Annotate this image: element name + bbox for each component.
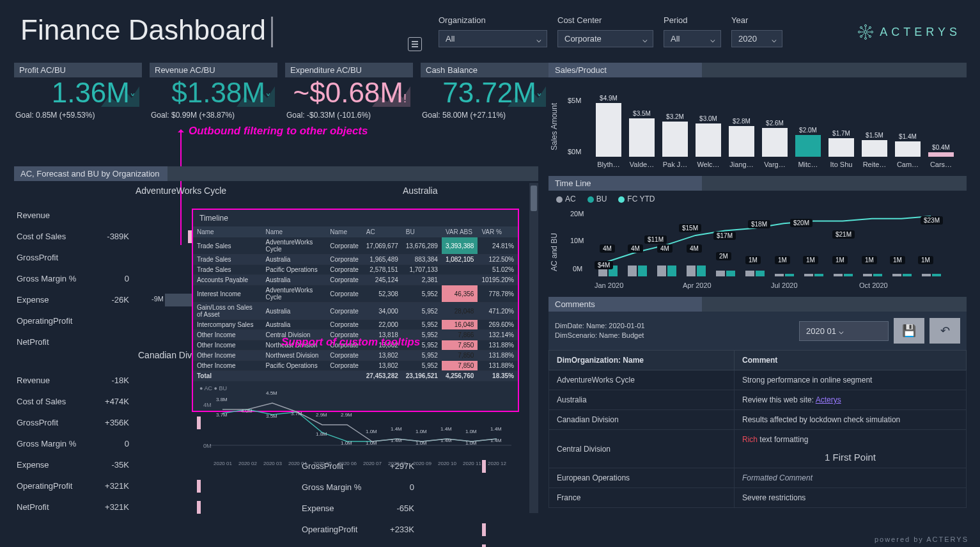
x-tick-label: Cam… [892, 161, 923, 168]
row-value: -26K [93, 295, 133, 305]
svg-marker-12 [508, 86, 546, 107]
grid-row: NetProfit +233K [302, 540, 546, 547]
row-value: 0 [93, 274, 133, 283]
chevron-down-icon: ⌵ [642, 34, 648, 44]
acterys-logo: ACTERYS [857, 23, 961, 41]
bar-value-label: $4.9M [593, 95, 624, 102]
chart-bar[interactable] [895, 141, 921, 157]
bar-value-label: $2.8M [726, 118, 757, 125]
comments-title: Comments [548, 297, 967, 312]
row-label: NetProfit [17, 337, 93, 347]
kpi-value: 1.36M˅ [14, 77, 142, 108]
row-value: +321K [93, 502, 133, 512]
period-select[interactable]: All ⌵ [664, 30, 721, 47]
row-label: Expense [17, 295, 93, 305]
row-value: +356K [93, 418, 133, 427]
kpi-value: 73.72M˅ [421, 77, 548, 108]
sales-product-chart[interactable]: Sales Amount $5M $0M Blyth…$4.9MValde…$3… [548, 80, 967, 172]
kpi-value: $1.38M˅ [150, 77, 277, 108]
chart-bar[interactable] [828, 138, 854, 157]
data-label: 4M [600, 244, 615, 253]
org-col-header: Australia [403, 186, 437, 196]
kpi-card[interactable]: Cash Balance 73.72M˅ Goal: 58.00M (+27.1… [421, 63, 548, 120]
data-label: 1M [803, 256, 818, 264]
row-label: GrossProfit [17, 418, 93, 427]
chart-bar[interactable] [928, 152, 954, 157]
kpi-card[interactable]: Profit AC/BU 1.36M˅ Goal: 0.85M (+59.53%… [14, 63, 142, 120]
undo-button[interactable]: ↶ [929, 318, 960, 344]
chart-bar[interactable] [862, 140, 887, 157]
kpi-goal: Goal: 58.00M (+27.11%) [421, 111, 548, 120]
x-tick-label: Pak J… [660, 161, 690, 168]
row-label: GrossProfit [17, 253, 93, 262]
row-value: +233K [378, 525, 418, 534]
comment-row[interactable]: Canadian DivisionResults affected by loc… [549, 410, 967, 430]
undo-icon: ↶ [940, 324, 950, 338]
chart-bar[interactable] [729, 126, 754, 157]
save-icon: 💾 [902, 324, 916, 338]
filter-cost-center: Cost Center Corporate ⌵ [557, 15, 653, 47]
chart-bar[interactable] [662, 122, 688, 157]
bar-value-label: $1.5M [859, 132, 890, 139]
data-label: 4M [628, 244, 643, 253]
comments-col-comment: Comment [735, 351, 967, 370]
data-label: $23M [921, 216, 943, 225]
chart-bar[interactable] [795, 135, 821, 157]
kpi-card[interactable]: Revenue AC/BU $1.38M˅ Goal: $0.99M (+38.… [150, 63, 277, 120]
filter-period: Period All ⌵ [664, 15, 721, 47]
chart-bar[interactable] [762, 128, 788, 157]
chart-bar[interactable] [696, 123, 721, 157]
grid-row: NetProfit +321K [17, 496, 261, 518]
data-label: 1M [862, 256, 877, 264]
logo-mark-icon [857, 23, 875, 41]
x-tick-label: Valde… [626, 161, 657, 168]
year-select[interactable]: 2020 ⌵ [731, 30, 782, 47]
data-label: $4M [595, 261, 613, 269]
x-tick-label: Apr 2020 [683, 281, 712, 289]
comment-row[interactable]: AdventureWorks CycleStrong performance i… [549, 370, 967, 390]
comments-controls: DimDate: Name: 2020-01-01 DimScenario: N… [548, 312, 967, 350]
svg-point-1 [865, 25, 867, 27]
cost-center-select[interactable]: Corporate ⌵ [557, 30, 653, 47]
row-value: +321K [93, 481, 133, 491]
comments-period-select[interactable]: 2020 01 ⌵ [799, 321, 889, 341]
comments-meta: DimDate: Name: 2020-01-01 DimScenario: N… [555, 321, 794, 341]
filter-label: Period [664, 15, 721, 25]
comment-org: European Operations [549, 468, 735, 488]
timeline-chart[interactable]: AC and BU 20M 10M 0M Jan 2020Apr 2020Jul… [548, 207, 967, 292]
svg-point-4 [871, 31, 873, 33]
x-tick-label: Ito Shu [826, 161, 857, 168]
chart-bar[interactable] [596, 103, 621, 157]
row-bar [418, 480, 546, 495]
chart-bar[interactable] [629, 118, 655, 157]
row-value: -35K [93, 460, 133, 470]
annotation-custom-tooltips: Support of custom tooltips [281, 336, 420, 349]
data-label: 1M [775, 256, 790, 264]
comments-table[interactable]: DimOrganization: Name Comment AdventureW… [548, 350, 967, 508]
svg-marker-10 [237, 86, 275, 107]
kpi-goal: Goal: 0.85M (+59.53%) [14, 111, 142, 120]
svg-point-3 [859, 31, 860, 33]
kpi-card[interactable]: Expenditure AC/BU ~$0.68M! Goal: -$0.33M… [285, 63, 413, 120]
comment-row[interactable]: European OperationsFormatted Comment [549, 468, 967, 488]
row-label: NetProfit [17, 502, 93, 512]
kpi-value: ~$0.68M! [285, 77, 413, 108]
comment-row[interactable]: AustraliaReview this web site: Acterys [549, 390, 967, 410]
y-axis-label: Sales Amount [550, 103, 559, 150]
row-bar [418, 502, 546, 516]
bar-value-label: $3.2M [660, 113, 690, 120]
organization-select[interactable]: All ⌵ [439, 30, 547, 47]
row-label: Expense [302, 503, 378, 513]
x-tick-label: Welc… [693, 161, 724, 168]
grid-row: Expense -65K [302, 498, 546, 519]
x-tick-label: Varg… [759, 161, 790, 168]
org-col-header: AdventureWorks Cycle [136, 186, 226, 196]
row-value: -389K [93, 232, 133, 241]
data-label: 1M [832, 256, 848, 264]
comment-row[interactable]: Central DivisionRich text formatting1 Fi… [549, 430, 967, 468]
x-tick-label: Jiang… [726, 161, 757, 168]
bar-value-label: $1.7M [826, 130, 857, 137]
kpi-row: Profit AC/BU 1.36M˅ Goal: 0.85M (+59.53%… [14, 63, 548, 120]
save-button[interactable]: 💾 [894, 318, 924, 344]
comment-row[interactable]: FranceSevere restrictions [549, 488, 967, 508]
